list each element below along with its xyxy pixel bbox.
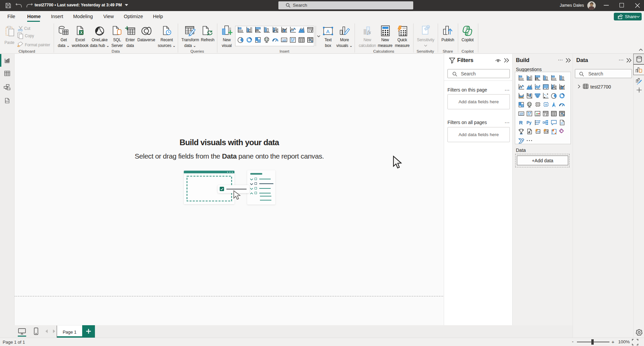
svg-text:fx: fx [367, 30, 371, 35]
svg-text:DAX: DAX [5, 100, 9, 102]
svg-text:X: X [80, 31, 83, 35]
svg-text:A: A [326, 28, 330, 34]
